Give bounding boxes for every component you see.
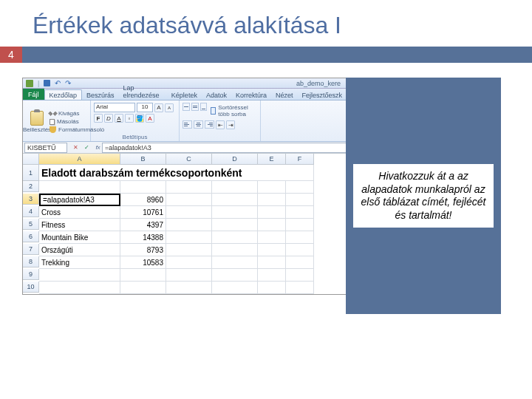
italic-button[interactable]: D — [104, 114, 113, 123]
cell-c9[interactable] — [166, 269, 212, 282]
paste-button[interactable]: Beillesztés — [26, 102, 48, 141]
cell-c8[interactable] — [166, 256, 212, 269]
cell-b3[interactable]: 8960 — [120, 194, 166, 206]
row-header-7[interactable]: 7 — [23, 244, 39, 255]
cell-c4[interactable] — [166, 206, 212, 219]
cell-a8[interactable]: Trekking — [39, 256, 120, 269]
row-header-5[interactable]: 5 — [23, 219, 39, 230]
cell-c6[interactable] — [166, 231, 212, 244]
fx-icon[interactable]: fx — [94, 143, 102, 151]
col-header-d[interactable]: D — [212, 154, 258, 165]
tab-layout[interactable]: Lap elrendezése — [119, 83, 167, 100]
select-all-corner[interactable] — [23, 154, 39, 165]
row-header-9[interactable]: 9 — [23, 269, 39, 280]
row-header-4[interactable]: 4 — [23, 206, 39, 217]
align-center-button[interactable] — [194, 120, 203, 129]
col-header-e[interactable]: E — [258, 154, 286, 165]
cell-e2[interactable] — [258, 181, 286, 194]
cell-a9[interactable] — [39, 269, 120, 282]
redo-icon[interactable]: ↷ — [65, 79, 71, 87]
align-middle-button[interactable] — [191, 103, 199, 111]
row-header-2[interactable]: 2 — [23, 181, 39, 192]
col-header-f[interactable]: F — [286, 154, 314, 165]
align-bottom-button[interactable] — [200, 103, 208, 111]
cell-f3[interactable] — [286, 194, 314, 206]
row-header-3[interactable]: 3 — [23, 194, 39, 205]
cell-a7[interactable]: Országúti — [39, 244, 120, 256]
cell-d9[interactable] — [212, 269, 258, 282]
cancel-formula-button[interactable]: ✕ — [72, 143, 80, 151]
increase-indent-button[interactable]: ⇥ — [226, 120, 235, 129]
tab-formulas[interactable]: Képletek — [167, 90, 202, 100]
col-header-c[interactable]: C — [166, 154, 212, 165]
increase-font-button[interactable]: A — [154, 103, 163, 112]
col-header-a[interactable]: A — [39, 154, 120, 165]
worksheet-grid[interactable]: A B C D E F 1 Eladott darabszám termékcs… — [23, 154, 347, 294]
cell-c2[interactable] — [166, 181, 212, 194]
cell-c3[interactable] — [166, 194, 212, 206]
fill-color-button[interactable]: 🪣 — [135, 114, 144, 123]
cell-a10[interactable] — [39, 282, 120, 294]
row-header-6[interactable]: 6 — [23, 231, 39, 242]
tab-home[interactable]: Kezdőlap — [44, 89, 83, 100]
cell-a4[interactable]: Cross — [39, 206, 120, 219]
tab-review[interactable]: Korrektúra — [231, 90, 271, 100]
formula-bar[interactable]: =alapadatok!A3 — [102, 143, 347, 153]
row-header-8[interactable]: 8 — [23, 256, 39, 267]
cell-d3[interactable] — [212, 194, 258, 206]
decrease-font-button[interactable]: A — [165, 103, 174, 112]
cell-f7[interactable] — [286, 244, 314, 256]
tab-file[interactable]: Fájl — [23, 89, 44, 100]
cell-c7[interactable] — [166, 244, 212, 256]
cell-e10[interactable] — [258, 282, 286, 294]
col-header-b[interactable]: B — [120, 154, 166, 165]
tab-view[interactable]: Nézet — [271, 90, 298, 100]
cell-e5[interactable] — [258, 219, 286, 231]
tab-developer[interactable]: Fejlesztőeszk — [297, 90, 347, 100]
cell-f6[interactable] — [286, 231, 314, 244]
cell-e7[interactable] — [258, 244, 286, 256]
cell-d4[interactable] — [212, 206, 258, 219]
cell-b9[interactable] — [120, 269, 166, 282]
cell-b10[interactable] — [120, 282, 166, 294]
cell-f2[interactable] — [286, 181, 314, 194]
cell-f5[interactable] — [286, 219, 314, 231]
cell-b5[interactable]: 4397 — [120, 219, 166, 231]
tab-insert[interactable]: Beszúrás — [82, 90, 119, 100]
cell-c10[interactable] — [166, 282, 212, 294]
cell-f10[interactable] — [286, 282, 314, 294]
cell-e4[interactable] — [258, 206, 286, 219]
cell-e8[interactable] — [258, 256, 286, 269]
cell-d2[interactable] — [212, 181, 258, 194]
cell-a3[interactable]: =alapadatok!A3 — [39, 194, 120, 206]
font-size-select[interactable]: 10 — [137, 103, 153, 112]
align-right-button[interactable] — [205, 120, 214, 129]
row-header-1[interactable]: 1 — [23, 165, 39, 181]
cell-f9[interactable] — [286, 269, 314, 282]
font-name-select[interactable]: Arial — [94, 103, 135, 112]
cell-a2[interactable] — [39, 181, 120, 194]
cell-a5[interactable]: Fitness — [39, 219, 120, 231]
cell-b4[interactable]: 10761 — [120, 206, 166, 219]
cell-d7[interactable] — [212, 244, 258, 256]
wrap-text-button[interactable]: Sortöréssel több sorba — [208, 103, 257, 119]
cell-d5[interactable] — [212, 219, 258, 231]
cell-f4[interactable] — [286, 206, 314, 219]
font-color-button[interactable]: A — [146, 114, 154, 123]
border-button[interactable]: ▫ — [125, 114, 134, 123]
cell-b8[interactable]: 10583 — [120, 256, 166, 269]
cell-c5[interactable] — [166, 219, 212, 231]
cell-a1[interactable]: Eladott darabszám termékcsoportonként — [39, 165, 314, 181]
cell-d6[interactable] — [212, 231, 258, 244]
cell-e9[interactable] — [258, 269, 286, 282]
cell-d8[interactable] — [212, 256, 258, 269]
tab-data[interactable]: Adatok — [202, 90, 231, 100]
decrease-indent-button[interactable]: ⇤ — [216, 120, 225, 129]
align-top-button[interactable] — [183, 103, 190, 111]
bold-button[interactable]: F — [94, 114, 103, 123]
align-left-button[interactable] — [183, 120, 192, 129]
name-box[interactable]: KISBETŰ — [24, 143, 67, 153]
cell-a6[interactable]: Mountain Bike — [39, 231, 120, 244]
confirm-formula-button[interactable]: ✓ — [83, 143, 91, 151]
underline-button[interactable]: A — [115, 114, 123, 123]
